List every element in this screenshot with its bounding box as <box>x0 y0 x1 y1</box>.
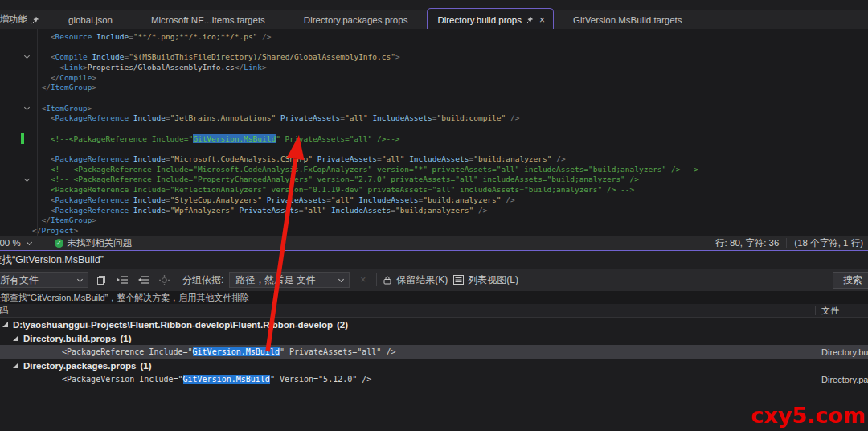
results-column-header: 代码 文件 <box>0 304 868 318</box>
code-line: <PackageReference Include="WpfAnalyzers"… <box>0 205 868 216</box>
copy-results-icon[interactable] <box>94 273 109 288</box>
editor-gutter <box>0 184 32 195</box>
editor-gutter <box>0 215 32 225</box>
search-result-file[interactable]: Directory.build.props(1) <box>0 331 868 345</box>
search-summary-text: 全部查找“GitVersion.MsBuild”，整个解决方案，启用其他文件排除 <box>0 292 249 304</box>
code-line: <PackageReference Include="JetBrains.Ann… <box>0 113 868 124</box>
search-panel-title: 查找“GitVersion.MsBuild” <box>0 253 104 267</box>
result-file-cell: Directory.build.props <box>821 347 868 357</box>
search-result-root[interactable]: D:\yaoshuanggui-Projects\Fluent.Ribbon-d… <box>0 318 868 331</box>
editor-gutter <box>0 195 32 205</box>
search-results-list: D:\yaoshuanggui-Projects\Fluent.Ribbon-d… <box>0 318 868 386</box>
code-line: <!--<PackageReference Include="GitVersio… <box>0 133 868 144</box>
group-by-label: 分组依据: <box>182 273 223 287</box>
code-editor[interactable]: <Resource Include="**/*.png;**/*.ico;**/… <box>0 29 868 236</box>
divider <box>786 238 787 248</box>
match-highlight: GitVersion.MsBuild <box>183 375 270 384</box>
search-result-match[interactable]: <PackageVersion Include="GitVersion.MsBu… <box>0 372 868 386</box>
code-line <box>0 144 868 154</box>
code-line: <!-- <PackageReference Include="Microsof… <box>0 164 868 174</box>
expand-triangle-icon[interactable] <box>13 363 18 368</box>
tab-label: Directory.build.props <box>437 15 522 25</box>
collapse-all-icon[interactable] <box>136 273 151 288</box>
editor-gutter <box>0 174 32 185</box>
editor-gutter <box>0 42 32 52</box>
group-by-dropdown[interactable]: 路径，然后是 文件 <box>229 272 350 288</box>
chevron-down-icon <box>27 239 32 244</box>
result-node-label: Directory.packages.props <box>23 361 136 371</box>
watermark: cxy5.com <box>751 403 866 428</box>
file-column-header[interactable]: 文件 <box>821 305 839 317</box>
tab-microsoft.ne...items.targets[interactable]: Microsoft.NE...Items.targets <box>132 10 285 29</box>
chevron-down-icon <box>77 276 83 281</box>
fold-chevron-icon[interactable] <box>24 53 30 59</box>
code-line: <ItemGroup> <box>0 103 868 113</box>
expand-all-icon[interactable] <box>115 273 130 288</box>
editor-gutter <box>0 103 32 113</box>
code-line: <Compile Include="$(MSBuildThisFileDirec… <box>0 51 868 62</box>
search-button[interactable]: 搜索 <box>833 272 868 289</box>
keep-results-button[interactable]: 保留结果(K) <box>383 273 448 287</box>
editor-gutter <box>0 154 32 164</box>
file-scope-dropdown[interactable]: 所有文件 <box>0 272 88 288</box>
result-node-label: Directory.build.props <box>23 334 116 343</box>
editor-gutter <box>0 113 32 124</box>
editor-gutter <box>0 205 32 216</box>
expand-triangle-icon[interactable] <box>2 322 8 327</box>
zoom-level-selector[interactable]: 100 % <box>0 238 39 248</box>
caret-position: 行: 80, 字符: 36 <box>715 237 779 249</box>
pin-icon <box>31 16 39 24</box>
file-scope-value: 所有文件 <box>0 273 39 287</box>
list-view-label: 列表视图(L) <box>468 273 518 287</box>
clear-results-icon[interactable]: × <box>355 273 371 288</box>
selection-info: (18 个字符, 1 行) <box>794 237 863 249</box>
divider <box>47 238 47 248</box>
code-line <box>0 123 868 133</box>
pin-icon <box>526 16 534 24</box>
tab-index-0[interactable]: 新增功能 <box>0 10 49 29</box>
panel-empty-area <box>0 386 868 431</box>
keep-results-label: 保留结果(K) <box>396 273 448 287</box>
code-column-header[interactable]: 代码 <box>0 305 8 317</box>
settings-icon[interactable] <box>157 273 172 288</box>
fold-chevron-icon[interactable] <box>24 105 30 110</box>
editor-gutter <box>0 164 32 174</box>
editor-gutter <box>0 31 32 42</box>
search-summary-row: 全部查找“GitVersion.MsBuild”，整个解决方案，启用其他文件排除 <box>0 291 868 304</box>
search-result-match[interactable]: <PackageReference Include="GitVersion.Ms… <box>0 345 868 359</box>
code-line: </ItemGroup> <box>0 82 868 92</box>
change-bar <box>21 133 24 144</box>
code-line: <PackageReference Include="Microsoft.Cod… <box>0 154 868 164</box>
result-count: (1) <box>120 334 131 343</box>
editor-gutter <box>0 133 32 144</box>
editor-gutter <box>0 51 32 62</box>
expand-triangle-icon[interactable] <box>13 335 18 341</box>
list-view-button[interactable]: 列表视图(L) <box>453 273 518 287</box>
code-line: </ItemGroup> <box>0 215 868 225</box>
list-icon <box>453 275 464 285</box>
tab-directory.packages.props[interactable]: Directory.packages.props <box>285 10 428 29</box>
tab-label: Directory.packages.props <box>304 15 408 25</box>
search-result-file[interactable]: Directory.packages.props(1) <box>0 359 868 372</box>
tab-gitversion.msbuild.targets[interactable]: GitVersion.MsBuild.targets <box>554 10 702 29</box>
code-line: <PackageReference Include="ReflectionAna… <box>0 184 868 195</box>
tab-directory.build.props[interactable]: Directory.build.props× <box>427 8 554 29</box>
lock-icon <box>383 275 392 285</box>
search-toolbar: 所有文件 分组依据: 路径，然后是 文件 × 保留结果(K) 列表视图(L) 搜… <box>0 269 868 291</box>
result-node-label: D:\yaoshuanggui-Projects\Fluent.Ribbon-d… <box>13 320 333 330</box>
status-message: 未找到相关问题 <box>68 237 133 249</box>
tab-close-icon[interactable]: × <box>539 14 545 26</box>
code-line: <!-- <PackageReference Include="Property… <box>0 174 868 185</box>
divider <box>376 273 377 286</box>
editor-gutter <box>0 225 32 236</box>
search-panel-title-row: 查找“GitVersion.MsBuild” <box>0 251 868 269</box>
tab-global.json[interactable]: global.json <box>49 10 132 29</box>
match-highlight: GitVersion.MsBuild <box>193 347 280 356</box>
column-divider[interactable] <box>815 306 816 315</box>
result-count: (1) <box>140 361 151 371</box>
editor-status-bar: 100 % ✓ 未找到相关问题 行: 80, 字符: 36 (18 个字符, 1… <box>0 236 868 251</box>
indent-guide <box>37 29 38 236</box>
tab-bar: 新增功能global.jsonMicrosoft.NE...Items.targ… <box>0 10 868 29</box>
fold-chevron-icon[interactable] <box>24 176 30 182</box>
tab-label: 新增功能 <box>0 14 27 26</box>
